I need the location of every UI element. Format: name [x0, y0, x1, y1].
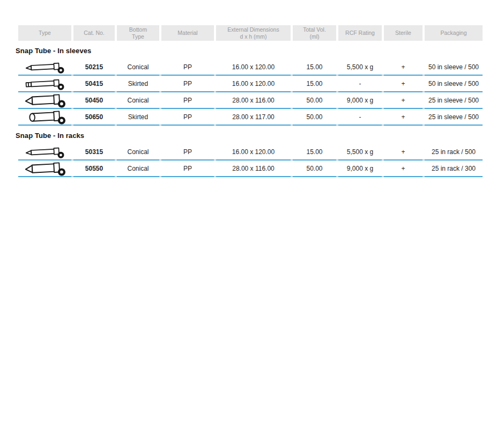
table-row: 50650 Skirted PP 28.00 x 117.00 50.00 - … — [18, 109, 483, 126]
packaging-cell: 25 in sleeve / 500 — [425, 92, 483, 109]
tube-wide-conical-icon — [23, 161, 68, 176]
sterile-cell: + — [384, 109, 423, 126]
total-vol-cell: 15.00 — [293, 144, 336, 161]
tube-type-cell — [18, 109, 71, 126]
rcf-rating-cell: - — [338, 76, 382, 92]
material-cell: PP — [161, 92, 214, 109]
tube-type-cell — [18, 161, 71, 177]
column-header-total-vol: Total Vol. (ml) — [293, 25, 336, 41]
table-section-sleeves: Snap Tube - In sleeves 50215 Conical PP … — [18, 41, 483, 126]
dimensions-cell: 16.00 x 120.00 — [216, 76, 291, 92]
product-table: Type Cat. No. Bottom Type Material Exter… — [18, 25, 483, 177]
table-row: 50450 Conical PP 28.00 x 116.00 50.00 9,… — [18, 92, 483, 109]
column-header-packaging: Packaging — [425, 25, 483, 41]
column-header-material: Material — [161, 25, 214, 41]
material-cell: PP — [161, 59, 214, 76]
column-header-rcf-rating: RCF Rating — [338, 25, 382, 41]
sterile-cell: + — [384, 59, 423, 76]
total-vol-cell: 50.00 — [293, 92, 336, 109]
tube-type-cell — [18, 92, 71, 109]
table-row: 50550 Conical PP 28.00 x 116.00 50.00 9,… — [18, 161, 483, 177]
dimensions-cell: 28.00 x 117.00 — [216, 109, 291, 126]
tube-type-cell — [18, 76, 71, 92]
rcf-rating-cell: 9,000 x g — [338, 161, 382, 177]
total-vol-cell: 50.00 — [293, 109, 336, 126]
cat-no-cell: 50215 — [73, 59, 115, 76]
packaging-cell: 50 in sleeve / 500 — [425, 59, 483, 76]
rcf-rating-cell: - — [338, 109, 382, 126]
packaging-cell: 25 in rack / 500 — [425, 144, 483, 161]
tube-slim-conical-icon — [23, 144, 68, 159]
table-row: 50415 Skirted PP 16.00 x 120.00 15.00 - … — [18, 76, 483, 92]
material-cell: PP — [161, 144, 214, 161]
material-cell: PP — [161, 161, 214, 177]
tube-wide-skirted-icon — [23, 109, 68, 125]
dimensions-cell: 28.00 x 116.00 — [216, 161, 291, 177]
rcf-rating-cell: 5,500 x g — [338, 144, 382, 161]
total-vol-cell: 15.00 — [293, 59, 336, 76]
tube-type-cell — [18, 59, 71, 76]
tube-wide-conical-icon — [23, 92, 68, 108]
section-title: Snap Tube - In sleeves — [16, 41, 483, 59]
rcf-rating-cell: 9,000 x g — [338, 92, 382, 109]
cat-no-cell: 50450 — [73, 92, 115, 109]
table-section-racks: Snap Tube - In racks 50315 Conical PP 16… — [18, 126, 483, 177]
bottom-type-cell: Conical — [117, 161, 159, 177]
column-header-dimensions: External Dimensions d x h (mm) — [216, 25, 291, 41]
tube-slim-skirted-icon — [23, 76, 68, 91]
packaging-cell: 25 in rack / 300 — [425, 161, 483, 177]
column-header-sterile: Sterile — [384, 25, 423, 41]
bottom-type-cell: Conical — [117, 144, 159, 161]
tube-type-cell — [18, 144, 71, 161]
cat-no-cell: 50550 — [73, 161, 115, 177]
dimensions-cell: 16.00 x 120.00 — [216, 59, 291, 76]
sterile-cell: + — [384, 76, 423, 92]
bottom-type-cell: Skirted — [117, 76, 159, 92]
cat-no-cell: 50415 — [73, 76, 115, 92]
material-cell: PP — [161, 109, 214, 126]
section-title: Snap Tube - In racks — [16, 126, 483, 144]
packaging-cell: 50 in sleeve / 500 — [425, 76, 483, 92]
bottom-type-cell: Conical — [117, 92, 159, 109]
tube-slim-conical-icon — [23, 59, 68, 75]
packaging-cell: 25 in sleeve / 500 — [425, 109, 483, 126]
cat-no-cell: 50315 — [73, 144, 115, 161]
sterile-cell: + — [384, 144, 423, 161]
sterile-cell: + — [384, 92, 423, 109]
table-header-row: Type Cat. No. Bottom Type Material Exter… — [18, 25, 483, 41]
bottom-type-cell: Skirted — [117, 109, 159, 126]
material-cell: PP — [161, 76, 214, 92]
total-vol-cell: 15.00 — [293, 76, 336, 92]
cat-no-cell: 50650 — [73, 109, 115, 126]
column-header-type: Type — [18, 25, 71, 41]
column-header-bottom-type: Bottom Type — [117, 25, 159, 41]
table-row: 50215 Conical PP 16.00 x 120.00 15.00 5,… — [18, 59, 483, 76]
rcf-rating-cell: 5,500 x g — [338, 59, 382, 76]
total-vol-cell: 50.00 — [293, 161, 336, 177]
column-header-cat-no: Cat. No. — [73, 25, 115, 41]
catalog-page: Type Cat. No. Bottom Type Material Exter… — [0, 0, 504, 423]
dimensions-cell: 28.00 x 116.00 — [216, 92, 291, 109]
table-row: 50315 Conical PP 16.00 x 120.00 15.00 5,… — [18, 144, 483, 161]
bottom-type-cell: Conical — [117, 59, 159, 76]
dimensions-cell: 16.00 x 120.00 — [216, 144, 291, 161]
sterile-cell: + — [384, 161, 423, 177]
